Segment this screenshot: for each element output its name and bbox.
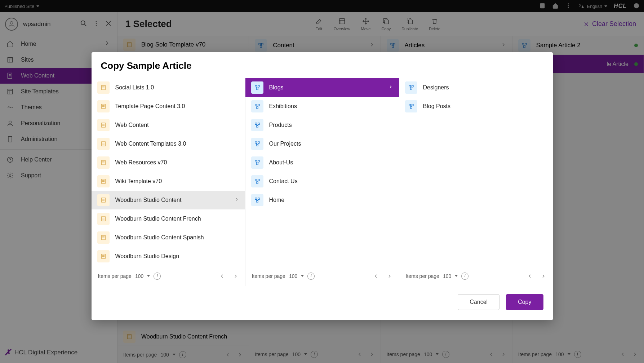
sitearea-icon (251, 100, 263, 112)
modal-row[interactable]: Woodburn Studio Content (92, 191, 245, 209)
chevron-right-icon (388, 84, 393, 91)
modal-row[interactable]: Blogs (245, 78, 399, 97)
items-per-page-label: Items per page (98, 273, 132, 279)
items-per-page-label: Items per page (406, 273, 439, 279)
row-label: Woodburn Studio Content French (115, 216, 201, 222)
svg-rect-112 (256, 163, 258, 165)
modal-row[interactable]: Products (245, 116, 399, 134)
svg-rect-121 (258, 198, 259, 200)
library-icon (97, 119, 110, 131)
svg-rect-92 (256, 88, 258, 90)
svg-rect-131 (412, 104, 413, 106)
svg-rect-91 (258, 85, 259, 87)
svg-rect-100 (255, 123, 257, 125)
modal-row[interactable]: Designers (399, 78, 553, 97)
row-label: Wiki Template v70 (115, 178, 162, 185)
items-per-page-value[interactable]: 100 (135, 273, 143, 279)
svg-rect-111 (258, 160, 259, 162)
svg-rect-125 (409, 85, 411, 87)
svg-rect-95 (255, 104, 257, 106)
modal-row[interactable]: Woodburn Studio Design (92, 247, 245, 266)
modal-col-3: DesignersBlog PostsItems per page100i (399, 78, 553, 286)
svg-rect-116 (258, 179, 259, 181)
svg-rect-127 (410, 88, 412, 90)
modal-row[interactable]: Template Page Content 3.0 (92, 97, 245, 116)
row-label: Template Page Content 3.0 (115, 103, 185, 110)
svg-rect-90 (255, 85, 257, 87)
svg-rect-81 (101, 217, 105, 221)
row-label: About-Us (269, 159, 293, 166)
modal-row[interactable]: Home (245, 191, 399, 209)
sitearea-icon (405, 100, 417, 112)
copy-modal: Copy Sample Article Social Lists 1.0Temp… (92, 52, 553, 320)
library-icon (97, 156, 110, 169)
modal-row[interactable]: Woodburn Studio Content Spanish (92, 228, 245, 247)
modal-row[interactable]: About-Us (245, 153, 399, 172)
library-icon (97, 213, 110, 225)
row-label: Home (269, 197, 285, 203)
svg-rect-102 (256, 126, 258, 128)
svg-rect-115 (255, 179, 257, 181)
svg-rect-110 (255, 160, 257, 162)
svg-rect-122 (256, 201, 258, 203)
chevron-right-icon[interactable] (387, 273, 392, 279)
svg-rect-107 (256, 145, 258, 146)
svg-rect-87 (101, 254, 105, 258)
row-label: Woodburn Studio Content Spanish (115, 234, 204, 241)
library-icon (97, 231, 110, 244)
caret-down-icon (455, 275, 458, 277)
info-icon[interactable]: i (461, 273, 468, 280)
row-label: Social Lists 1.0 (115, 84, 154, 91)
caret-down-icon (301, 275, 304, 277)
modal-row[interactable]: Social Lists 1.0 (92, 78, 245, 97)
sitearea-icon (251, 119, 263, 131)
modal-row[interactable]: Woodburn Studio Content French (92, 209, 245, 228)
library-icon (97, 175, 110, 187)
chevron-left-icon[interactable] (373, 273, 379, 279)
modal-title: Copy Sample Article (92, 52, 553, 78)
svg-rect-105 (255, 142, 257, 143)
library-icon (97, 100, 110, 112)
modal-col-2: BlogsExhibitionsProductsOur ProjectsAbou… (245, 78, 399, 286)
chevron-right-icon[interactable] (541, 273, 546, 279)
svg-rect-130 (409, 104, 411, 106)
sitearea-icon (405, 81, 417, 94)
library-icon (97, 138, 110, 150)
sitearea-icon (251, 194, 263, 206)
modal-row[interactable]: Exhibitions (245, 97, 399, 116)
row-label: Our Projects (269, 141, 301, 147)
modal-row[interactable]: Web Content (92, 116, 245, 134)
sitearea-icon (251, 156, 263, 169)
modal-row[interactable]: Our Projects (245, 134, 399, 153)
chevron-left-icon[interactable] (527, 273, 533, 279)
svg-rect-75 (101, 179, 105, 183)
row-label: Web Resources v70 (115, 159, 167, 166)
chevron-right-icon[interactable] (233, 273, 239, 279)
modal-col-1: Social Lists 1.0Template Page Content 3.… (92, 78, 245, 286)
row-label: Blog Posts (423, 103, 450, 110)
items-per-page-value[interactable]: 100 (443, 273, 451, 279)
modal-row[interactable]: Web Content Templates 3.0 (92, 134, 245, 153)
info-icon[interactable]: i (154, 273, 161, 280)
svg-rect-132 (410, 107, 412, 109)
cancel-button[interactable]: Cancel (458, 294, 499, 310)
modal-overlay: Copy Sample Article Social Lists 1.0Temp… (0, 0, 644, 363)
modal-row[interactable]: Web Resources v70 (92, 153, 245, 172)
library-icon (97, 250, 110, 262)
row-label: Web Content (115, 122, 149, 128)
row-label: Contact Us (269, 178, 298, 185)
modal-row[interactable]: Wiki Template v70 (92, 172, 245, 191)
svg-rect-120 (255, 198, 257, 200)
info-icon[interactable]: i (307, 273, 315, 280)
library-icon (97, 194, 110, 206)
copy-confirm-button[interactable]: Copy (506, 294, 543, 310)
row-label: Woodburn Studio Content (115, 197, 182, 203)
svg-rect-97 (256, 107, 258, 109)
svg-rect-60 (101, 85, 105, 90)
items-per-page-label: Items per page (252, 273, 285, 279)
modal-row[interactable]: Contact Us (245, 172, 399, 191)
items-per-page-value[interactable]: 100 (289, 273, 297, 279)
chevron-left-icon[interactable] (219, 273, 225, 279)
svg-rect-66 (101, 123, 105, 127)
modal-row[interactable]: Blog Posts (399, 97, 553, 116)
